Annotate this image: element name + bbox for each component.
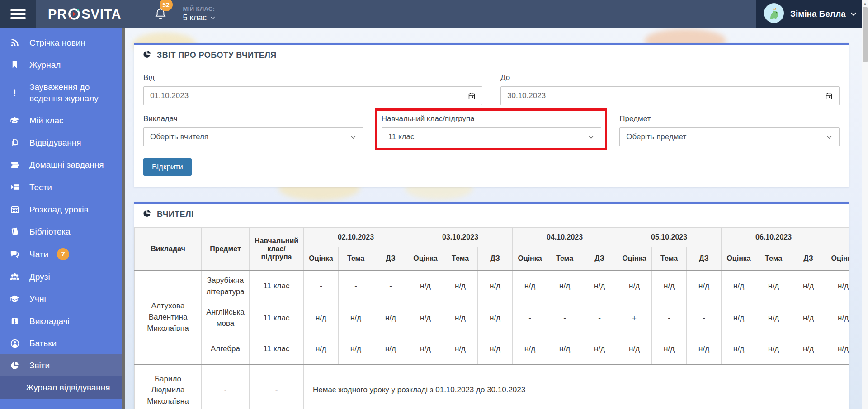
mark-cell: н/д [756, 302, 791, 334]
mark-cell: н/д [443, 334, 478, 365]
class-select[interactable]: 11 клас [382, 127, 602, 146]
sidebar-item-label: Бібліотека [29, 226, 71, 237]
scrollbar-thumb[interactable] [863, 7, 868, 62]
sub-column-header: ДЗ [687, 247, 722, 271]
logo-text-pre: PR [48, 7, 67, 22]
sub-column-header: Оцінка [722, 247, 756, 271]
table-row: Алтухова Валентина МиколаївнаЗарубіжна л… [135, 270, 849, 302]
user-menu[interactable]: Зіміна Белла [756, 0, 862, 28]
sidebar-item-5[interactable]: Домашні завдання [0, 154, 122, 176]
sidebar-item-label: Стрічка новин [29, 37, 85, 48]
sidebar-item-1[interactable]: Журнал [0, 54, 122, 76]
date-from-input[interactable]: 01.10.2023 [143, 86, 482, 105]
hamburger-menu-button[interactable] [0, 0, 36, 28]
mark-cell: н/д [756, 270, 791, 302]
sub-column-header: ДЗ [791, 247, 826, 271]
window-scrollbar[interactable]: ▲ [862, 0, 868, 409]
mark-cell: н/д [791, 270, 826, 302]
sidebar-item-6[interactable]: Тести [0, 176, 122, 198]
sidebar-item-8[interactable]: Бібліотека [0, 221, 122, 243]
sidebar-item-label: Розклад уроків [29, 204, 89, 215]
mark-cell: н/д [478, 302, 513, 334]
sub-column-header: Тема [547, 247, 582, 271]
sidebar-item-12[interactable]: Викладачі [0, 310, 122, 332]
open-button[interactable]: Відкрити [143, 158, 192, 176]
mark-cell: н/д [652, 270, 687, 302]
sidebar-item-3[interactable]: Мій клас [0, 109, 122, 132]
mark-cell: н/д [687, 270, 722, 302]
sidebar-item-label: Відвідування [29, 137, 81, 148]
sidebar-item-label: Учні [29, 293, 46, 305]
app-screen: PR SVITA 52 МІЙ КЛАС: 5 клас Зім [0, 0, 868, 409]
mark-cell: н/д [547, 334, 582, 365]
mark-cell: н/д [791, 334, 826, 365]
chevron-down-icon [350, 134, 357, 141]
sub-column-header-overflow: Оцінка [826, 247, 849, 271]
chevron-down-icon [210, 15, 216, 21]
teacher-name-cell: Алтухова Валентина Миколаївна [135, 270, 202, 365]
avatar [764, 3, 784, 25]
teacher-select[interactable]: Оберіть вчителя [143, 127, 363, 146]
sidebar-item-15[interactable]: Журнал відвідування [0, 376, 122, 399]
bookmark-icon [9, 61, 21, 69]
chat-icon [9, 249, 21, 259]
sidebar-item-7[interactable]: Розклад уроків [0, 198, 122, 221]
sidebar-item-4[interactable]: Відвідування [0, 132, 122, 154]
calendar-icon [9, 205, 21, 214]
sidebar-scrollbar[interactable] [122, 28, 125, 409]
mark-cell: + [617, 302, 652, 334]
subject-cell: Англійська мова [202, 302, 250, 334]
date-group-header-1: 03.10.2023 [408, 228, 513, 247]
sidebar-item-label: Друзі [29, 271, 50, 282]
class-select-label: Навчальний клас/підгрупа [382, 114, 602, 123]
my-class-dropdown[interactable]: МІЙ КЛАС: 5 клас [183, 0, 216, 28]
chevron-down-icon [826, 134, 833, 141]
teacher-name-cell: Барило Людмила Миколаївна [135, 365, 202, 409]
sidebar-item-13[interactable]: Батьки [0, 332, 122, 354]
sub-column-header: ДЗ [478, 247, 513, 271]
my-class-label: МІЙ КЛАС: [183, 5, 216, 12]
calendar-icon [825, 92, 833, 100]
users-icon [9, 272, 21, 282]
pie-chart-icon [142, 50, 151, 61]
sidebar: Стрічка новинЖурналЗауваження до ведення… [0, 28, 122, 409]
sidebar-item-9[interactable]: Чати7 [0, 243, 122, 266]
mark-cell: - [547, 302, 582, 334]
chevron-down-icon [850, 10, 857, 18]
date-group-header-0: 02.10.2023 [304, 228, 408, 247]
sidebar-item-14[interactable]: Звіти [0, 354, 122, 376]
mark-cell: н/д [791, 302, 826, 334]
pages-icon [9, 138, 21, 147]
sidebar-item-10[interactable]: Друзі [0, 266, 122, 288]
mark-cell: н/д [408, 270, 443, 302]
app-logo[interactable]: PR SVITA [48, 0, 122, 28]
sidebar-item-11[interactable]: Учні [0, 288, 122, 310]
subject-select[interactable]: Оберіть предмет [619, 127, 840, 146]
sidebar-item-2[interactable]: Зауваження до ведення журналу [0, 76, 122, 109]
mark-cell: н/д [722, 302, 756, 334]
calendar-icon [468, 92, 476, 100]
mark-cell: н/д [513, 270, 547, 302]
class-group-cell: 11 клас [250, 334, 304, 365]
mark-cell: - [513, 302, 547, 334]
mark-cell: н/д [443, 270, 478, 302]
sidebar-item-label: Тести [29, 182, 52, 193]
mark-cell: н/д [408, 302, 443, 334]
exclamation-icon [9, 89, 21, 97]
sidebar-item-label: Викладачі [29, 315, 70, 327]
mark-cell: - [304, 270, 339, 302]
date-to-input[interactable]: 30.10.2023 [500, 86, 840, 105]
sub-column-header: Оцінка [304, 247, 339, 271]
main-content: ЗВІТ ПРО РОБОТУ ВЧИТЕЛЯ Від 01.10.2023 Д… [125, 28, 862, 409]
notifications-button[interactable]: 52 [154, 0, 167, 28]
mark-cell: - [652, 302, 687, 334]
sidebar-item-label: Журнал відвідування [26, 382, 110, 393]
mark-cell: н/д [478, 334, 513, 365]
sidebar-item-label: Звіти [29, 360, 50, 371]
sidebar-item-0[interactable]: Стрічка новин [0, 32, 122, 54]
column-header-1: Предмет [202, 228, 250, 271]
sidebar-item-label: Батьки [29, 338, 57, 349]
teacher-select-value: Оберіть вчителя [150, 132, 208, 141]
mark-cell: н/д [582, 270, 617, 302]
scroll-up-arrow-icon[interactable]: ▲ [862, 1, 868, 6]
